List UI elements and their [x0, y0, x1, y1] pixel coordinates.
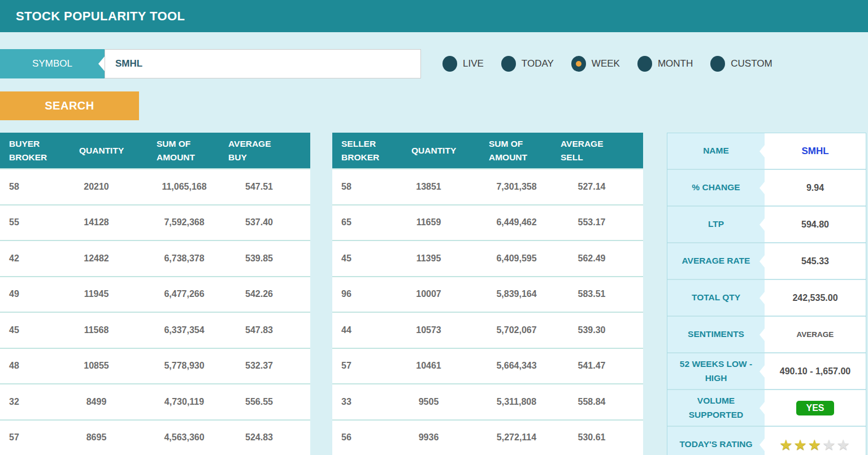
period-option-week[interactable]: WEEK [571, 56, 620, 72]
column-header: AVERAGE BUY [220, 137, 310, 164]
stock-name-link[interactable]: SMHL [801, 146, 828, 157]
summary-value-text: 594.80 [801, 220, 829, 230]
cell: 532.37 [220, 361, 310, 371]
cell: 33 [332, 397, 403, 407]
column-header: SUM OF AMOUNT [136, 137, 220, 164]
cell: 11,065,168 [136, 182, 220, 192]
cell: 14128 [71, 217, 136, 228]
cell: 56 [332, 432, 403, 443]
cell: 553.17 [553, 217, 643, 228]
radio-icon[interactable] [710, 56, 725, 72]
table-row: 3395055,311,808558.84 [332, 383, 643, 419]
table-row: 44105735,702,067539.30 [332, 312, 643, 348]
table-row: 42124826,738,378539.85 [0, 240, 310, 276]
cell: 4,563,360 [136, 432, 220, 443]
table-row: 49119456,477,266542.26 [0, 276, 310, 312]
cell: 12482 [71, 253, 136, 264]
page-title: STOCK POPULARITY TOOL [0, 9, 185, 24]
cell: 527.14 [553, 182, 643, 192]
summary-row: SENTIMENTSAVERAGE [667, 317, 866, 353]
column-header: SUM OF AMOUNT [468, 137, 553, 164]
star-icon: ★ [822, 438, 836, 452]
summary-label: TODAY'S RATING [667, 427, 765, 455]
summary-label: VOLUME SUPPORTED [667, 390, 765, 426]
cell: 556.55 [220, 397, 310, 407]
cell: 4,730,119 [136, 397, 220, 407]
star-icon: ★ [808, 438, 822, 452]
cell: 5,778,930 [136, 361, 220, 371]
period-group: LIVETODAYWEEKMONTHCUSTOM [442, 49, 790, 78]
period-option-live[interactable]: LIVE [442, 56, 484, 72]
summary-label: LTP [667, 207, 765, 242]
cell: 9936 [403, 432, 468, 443]
cell: 11659 [403, 217, 468, 228]
cell: 10855 [71, 361, 136, 371]
summary-value-text: 242,535.00 [792, 293, 837, 303]
table-row: 3284994,730,119556.55 [0, 383, 310, 419]
summary-panel: NAMESMHL% CHANGE9.94LTP594.80AVERAGE RAT… [667, 133, 866, 455]
summary-value-text: AVERAGE [797, 330, 834, 339]
summary-label: 52 WEEKS LOW - HIGH [667, 353, 765, 389]
volume-supported-badge: YES [796, 401, 834, 415]
cell: 11395 [403, 253, 468, 264]
cell: 6,477,266 [136, 289, 220, 299]
cell: 524.83 [220, 432, 310, 443]
cell: 58 [332, 182, 403, 192]
summary-value-text: 490.10 - 1,657.00 [780, 366, 850, 377]
cell: 57 [332, 361, 403, 371]
star-icon: ★ [836, 438, 850, 452]
cell: 10007 [403, 289, 468, 299]
cell: 547.83 [220, 325, 310, 335]
cell: 6,337,354 [136, 325, 220, 335]
column-header: AVERAGE SELL [553, 137, 643, 164]
radio-icon[interactable] [571, 56, 586, 72]
summary-row: TOTAL QTY242,535.00 [667, 280, 866, 317]
cell: 8499 [71, 397, 136, 407]
cell: 11568 [71, 325, 136, 335]
summary-value: 490.10 - 1,657.00 [765, 353, 866, 389]
table-row: 5786954,563,360524.83 [0, 419, 310, 455]
period-option-custom[interactable]: CUSTOM [710, 56, 772, 72]
radio-icon[interactable] [442, 56, 457, 72]
cell: 58 [0, 182, 71, 192]
cell: 7,592,368 [136, 217, 220, 228]
cell: 5,702,067 [468, 325, 553, 335]
cell: 562.49 [553, 253, 643, 264]
symbol-input[interactable] [105, 49, 421, 78]
radio-icon[interactable] [637, 56, 652, 72]
cell: 55 [0, 217, 71, 228]
cell: 537.40 [220, 217, 310, 228]
app-header: STOCK POPULARITY TOOL [0, 0, 868, 32]
cell: 539.30 [553, 325, 643, 335]
cell: 6,449,462 [468, 217, 553, 228]
cell: 6,409,595 [468, 253, 553, 264]
summary-label: NAME [667, 133, 765, 169]
table-header: SELLER BROKERQUANTITYSUM OF AMOUNTAVERAG… [332, 133, 643, 168]
table-row: 58138517,301,358527.14 [332, 168, 643, 204]
star-icon: ★ [794, 438, 808, 452]
table-row: 55141287,592,368537.40 [0, 204, 310, 240]
search-button[interactable]: SEARCH [0, 91, 139, 120]
stock-popularity-tool-screen: STOCK POPULARITY TOOL SYMBOL LIVETODAYWE… [0, 0, 868, 455]
summary-value: SMHL [765, 133, 866, 169]
cell: 583.51 [553, 289, 643, 299]
summary-value: 9.94 [765, 170, 866, 205]
table-header: BUYER BROKERQUANTITYSUM OF AMOUNTAVERAGE… [0, 133, 310, 168]
summary-label: TOTAL QTY [667, 280, 765, 316]
period-option-month[interactable]: MONTH [637, 56, 693, 72]
radio-icon[interactable] [501, 56, 516, 72]
cell: 5,311,808 [468, 397, 553, 407]
summary-value-text: 9.94 [806, 183, 824, 193]
symbol-label: SYMBOL [0, 49, 105, 78]
cell: 5,839,164 [468, 289, 553, 299]
cell: 96 [332, 289, 403, 299]
summary-value: 545.33 [765, 243, 866, 279]
table-row: 96100075,839,164583.51 [332, 276, 643, 312]
cell: 49 [0, 289, 71, 299]
period-option-today[interactable]: TODAY [501, 56, 554, 72]
cell: 45 [332, 253, 403, 264]
cell: 11945 [71, 289, 136, 299]
cell: 5,664,343 [468, 361, 553, 371]
summary-label: % CHANGE [667, 170, 765, 205]
cell: 558.84 [553, 397, 643, 407]
